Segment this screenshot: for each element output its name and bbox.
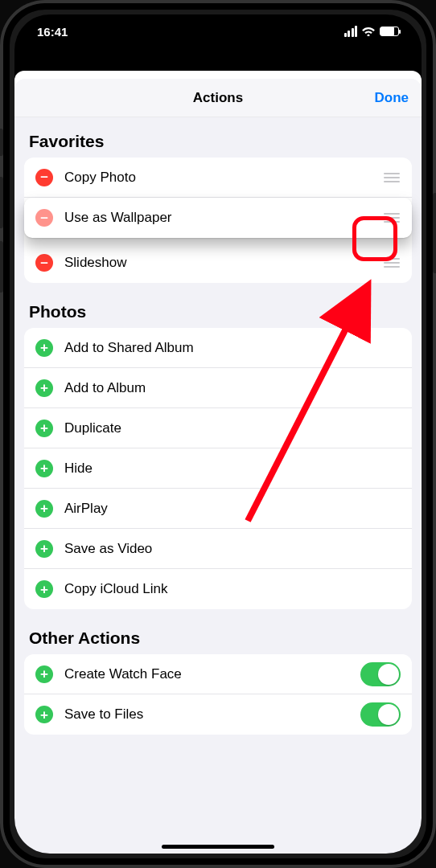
sheet-title: Actions [193, 90, 243, 106]
remove-icon[interactable]: – [35, 209, 53, 227]
screen: 16:41 Actions Done Favorites – [14, 14, 422, 854]
row-label: Copy Photo [64, 170, 383, 186]
add-icon[interactable]: + [35, 420, 53, 437]
row-label: Add to Album [64, 380, 401, 396]
add-icon[interactable]: + [35, 540, 53, 558]
add-icon[interactable]: + [35, 460, 53, 477]
favorites-list: – Copy Photo – Use as Wallpaper – Slides… [24, 158, 412, 283]
other-row[interactable]: + Save to Files [24, 694, 412, 735]
status-indicators [344, 26, 400, 37]
cellular-icon [344, 26, 358, 37]
photos-row[interactable]: + Copy iCloud Link [24, 569, 412, 609]
row-label: Slideshow [64, 255, 383, 271]
toggle-switch[interactable] [360, 702, 401, 727]
photos-row[interactable]: + Hide [24, 448, 412, 489]
row-label: Use as Wallpaper [64, 210, 383, 226]
wifi-icon [362, 27, 375, 36]
add-icon[interactable]: + [35, 665, 53, 683]
side-button [433, 193, 436, 273]
side-button [0, 241, 3, 293]
photos-row[interactable]: + Duplicate [24, 408, 412, 448]
home-indicator[interactable] [162, 845, 274, 849]
favorite-row[interactable]: – Slideshow [24, 243, 412, 283]
row-label: Copy iCloud Link [64, 581, 401, 597]
notch [138, 14, 298, 37]
row-label: Save to Files [64, 706, 360, 723]
phone-frame: 16:41 Actions Done Favorites – [0, 0, 436, 868]
remove-icon[interactable]: – [35, 254, 53, 272]
add-icon[interactable]: + [35, 706, 53, 723]
add-icon[interactable]: + [35, 339, 53, 357]
row-label: Duplicate [64, 420, 401, 436]
favorite-row[interactable]: – Copy Photo [24, 158, 412, 198]
favorite-row-dragging[interactable]: – Use as Wallpaper [24, 198, 412, 238]
done-button[interactable]: Done [375, 90, 409, 106]
photos-row[interactable]: + Add to Album [24, 368, 412, 408]
add-icon[interactable]: + [35, 500, 53, 518]
sheet-header: Actions Done [14, 79, 422, 117]
drag-handle-icon[interactable] [383, 213, 401, 223]
sheet-content[interactable]: Favorites – Copy Photo – Use as Wallpape… [14, 117, 422, 854]
section-header-photos: Photos [14, 283, 422, 328]
section-header-favorites: Favorites [14, 117, 422, 158]
drag-handle-icon[interactable] [383, 173, 401, 182]
drag-handle-icon[interactable] [383, 258, 401, 268]
status-time: 16:41 [37, 25, 68, 39]
side-button [0, 177, 3, 228]
row-label: Create Watch Face [64, 666, 360, 682]
row-label: Add to Shared Album [64, 340, 401, 356]
row-label: AirPlay [64, 501, 401, 517]
other-list: + Create Watch Face + Save to Files [24, 654, 412, 735]
row-label: Hide [64, 461, 401, 477]
photos-row[interactable]: + Add to Shared Album [24, 328, 412, 368]
other-row[interactable]: + Create Watch Face [24, 654, 412, 694]
row-label: Save as Video [64, 541, 401, 557]
photos-row[interactable]: + Save as Video [24, 529, 412, 569]
add-icon[interactable]: + [35, 379, 53, 397]
side-button [0, 129, 3, 156]
actions-sheet: Actions Done Favorites – Copy Photo – Us… [14, 79, 422, 854]
remove-icon[interactable]: – [35, 169, 53, 186]
battery-icon [380, 27, 399, 36]
section-header-other: Other Actions [14, 609, 422, 654]
photos-list: + Add to Shared Album + Add to Album + D… [24, 328, 412, 609]
photos-row[interactable]: + AirPlay [24, 489, 412, 529]
add-icon[interactable]: + [35, 580, 53, 598]
toggle-switch[interactable] [360, 662, 401, 686]
